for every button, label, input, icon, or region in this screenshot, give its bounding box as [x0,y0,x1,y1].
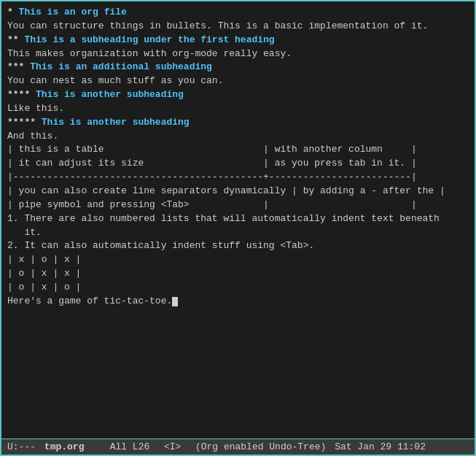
editor-line: Here's a game of tic-tac-toe. [7,295,469,309]
editor-line: | this is a table | with another column … [7,143,469,157]
editor-line: This makes organization with org-mode re… [7,47,469,61]
editor-line: And this. [7,130,469,144]
editor-line: *** This is an additional subheading [7,61,469,74]
editor-line: 1. There are also numbered lists that wi… [7,212,469,226]
editor-line: | o | x | o | [7,281,469,295]
status-extra: (Org enabled Undo-Tree) [195,441,326,452]
editor-line: You can nest as much stuff as you can. [7,74,469,88]
editor-line: ** This is a subheading under the first … [7,34,469,47]
text-cursor [172,297,178,306]
status-mode: U:--- [7,441,36,452]
editor-line: it. [7,226,469,240]
editor-line: 2. It can also automatically indent stuf… [7,239,469,253]
editor-line: | you can also create line separators dy… [7,185,469,198]
editor-line: | pipe symbol and pressing <Tab> | | [7,198,469,212]
status-time: Sat Jan 29 11:02 [335,441,426,452]
status-position: All L26 [110,441,150,452]
editor-line: |---------------------------------------… [7,171,469,185]
status-bar: U:--- tmp.org All L26 <I> (Org enabled U… [1,438,475,455]
editor-content[interactable]: * This is an org fileYou can structure t… [1,1,475,438]
status-filename: tmp.org [44,441,85,452]
editor-line: | x | o | x | [7,253,469,267]
editor-line: | it can adjust its size | as you press … [7,157,469,171]
editor-line: | o | x | x | [7,267,469,281]
editor-line: **** This is another subheading [7,88,469,102]
editor-window: * This is an org fileYou can structure t… [0,0,476,456]
status-state: <I> [164,441,181,452]
editor-line: Like this. [7,102,469,116]
editor-line: * This is an org file [7,6,469,20]
editor-line: You can structure things in bullets. Thi… [7,20,469,34]
editor-line: ***** This is another subheading [7,116,469,130]
